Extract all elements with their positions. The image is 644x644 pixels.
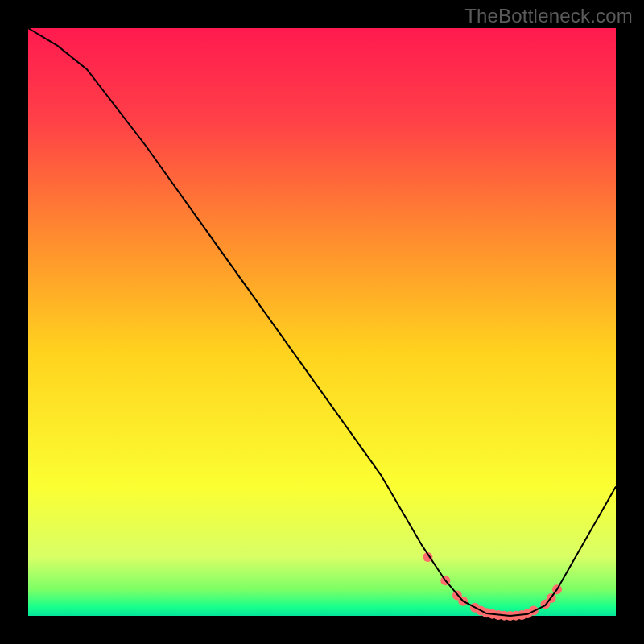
plot-background [28,28,616,616]
watermark-text: TheBottleneck.com [464,5,633,27]
chart-svg [0,0,644,644]
chart-container: TheBottleneck.com [0,0,644,644]
